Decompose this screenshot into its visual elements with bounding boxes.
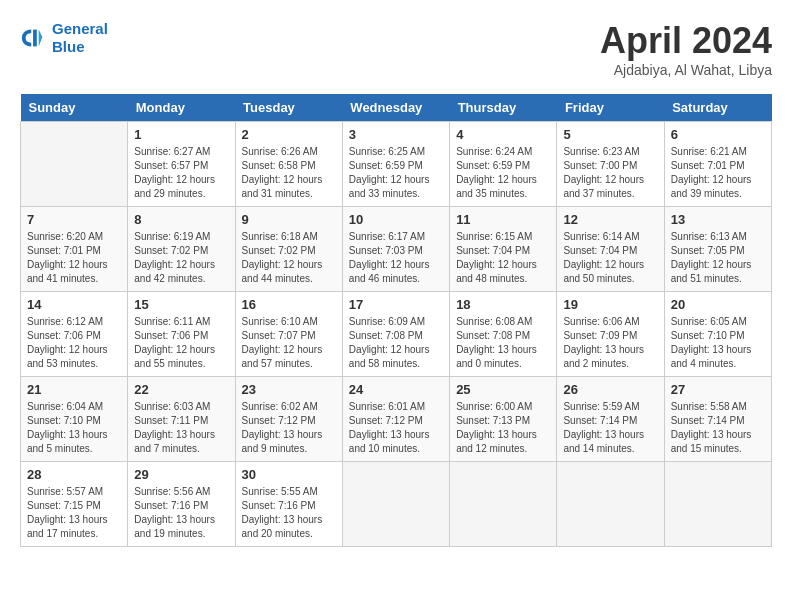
calendar-cell: 23 Sunrise: 6:02 AMSunset: 7:12 PMDaylig… [235, 377, 342, 462]
day-number: 11 [456, 212, 550, 227]
calendar-cell: 7 Sunrise: 6:20 AMSunset: 7:01 PMDayligh… [21, 207, 128, 292]
logo: General Blue [20, 20, 108, 56]
cell-info: Sunrise: 5:55 AMSunset: 7:16 PMDaylight:… [242, 485, 336, 541]
cell-info: Sunrise: 5:58 AMSunset: 7:14 PMDaylight:… [671, 400, 765, 456]
calendar-cell: 12 Sunrise: 6:14 AMSunset: 7:04 PMDaylig… [557, 207, 664, 292]
day-header-friday: Friday [557, 94, 664, 122]
calendar-cell: 28 Sunrise: 5:57 AMSunset: 7:15 PMDaylig… [21, 462, 128, 547]
calendar-cell: 6 Sunrise: 6:21 AMSunset: 7:01 PMDayligh… [664, 122, 771, 207]
day-number: 7 [27, 212, 121, 227]
title-block: April 2024 Ajdabiya, Al Wahat, Libya [600, 20, 772, 78]
calendar-cell: 10 Sunrise: 6:17 AMSunset: 7:03 PMDaylig… [342, 207, 449, 292]
cell-info: Sunrise: 6:14 AMSunset: 7:04 PMDaylight:… [563, 230, 657, 286]
cell-info: Sunrise: 6:03 AMSunset: 7:11 PMDaylight:… [134, 400, 228, 456]
cell-info: Sunrise: 6:23 AMSunset: 7:00 PMDaylight:… [563, 145, 657, 201]
cell-info: Sunrise: 6:04 AMSunset: 7:10 PMDaylight:… [27, 400, 121, 456]
calendar-cell: 20 Sunrise: 6:05 AMSunset: 7:10 PMDaylig… [664, 292, 771, 377]
day-number: 28 [27, 467, 121, 482]
calendar-week-row: 14 Sunrise: 6:12 AMSunset: 7:06 PMDaylig… [21, 292, 772, 377]
calendar-cell: 30 Sunrise: 5:55 AMSunset: 7:16 PMDaylig… [235, 462, 342, 547]
calendar-cell: 13 Sunrise: 6:13 AMSunset: 7:05 PMDaylig… [664, 207, 771, 292]
day-header-thursday: Thursday [450, 94, 557, 122]
day-number: 4 [456, 127, 550, 142]
cell-info: Sunrise: 6:05 AMSunset: 7:10 PMDaylight:… [671, 315, 765, 371]
day-number: 25 [456, 382, 550, 397]
cell-info: Sunrise: 6:17 AMSunset: 7:03 PMDaylight:… [349, 230, 443, 286]
day-number: 18 [456, 297, 550, 312]
cell-info: Sunrise: 6:19 AMSunset: 7:02 PMDaylight:… [134, 230, 228, 286]
day-number: 29 [134, 467, 228, 482]
day-number: 9 [242, 212, 336, 227]
calendar-cell: 18 Sunrise: 6:08 AMSunset: 7:08 PMDaylig… [450, 292, 557, 377]
calendar-cell: 15 Sunrise: 6:11 AMSunset: 7:06 PMDaylig… [128, 292, 235, 377]
calendar-cell: 14 Sunrise: 6:12 AMSunset: 7:06 PMDaylig… [21, 292, 128, 377]
cell-info: Sunrise: 6:27 AMSunset: 6:57 PMDaylight:… [134, 145, 228, 201]
calendar-cell: 27 Sunrise: 5:58 AMSunset: 7:14 PMDaylig… [664, 377, 771, 462]
calendar-week-row: 1 Sunrise: 6:27 AMSunset: 6:57 PMDayligh… [21, 122, 772, 207]
page-header: General Blue April 2024 Ajdabiya, Al Wah… [20, 20, 772, 78]
day-number: 1 [134, 127, 228, 142]
cell-info: Sunrise: 6:15 AMSunset: 7:04 PMDaylight:… [456, 230, 550, 286]
cell-info: Sunrise: 6:06 AMSunset: 7:09 PMDaylight:… [563, 315, 657, 371]
day-number: 24 [349, 382, 443, 397]
calendar-cell [342, 462, 449, 547]
day-number: 3 [349, 127, 443, 142]
day-number: 5 [563, 127, 657, 142]
day-header-monday: Monday [128, 94, 235, 122]
calendar-cell [450, 462, 557, 547]
logo-icon [20, 24, 48, 52]
calendar-cell: 3 Sunrise: 6:25 AMSunset: 6:59 PMDayligh… [342, 122, 449, 207]
cell-info: Sunrise: 6:12 AMSunset: 7:06 PMDaylight:… [27, 315, 121, 371]
day-number: 17 [349, 297, 443, 312]
calendar-cell: 29 Sunrise: 5:56 AMSunset: 7:16 PMDaylig… [128, 462, 235, 547]
calendar-cell: 2 Sunrise: 6:26 AMSunset: 6:58 PMDayligh… [235, 122, 342, 207]
logo-text: General Blue [52, 20, 108, 56]
cell-info: Sunrise: 6:00 AMSunset: 7:13 PMDaylight:… [456, 400, 550, 456]
cell-info: Sunrise: 6:02 AMSunset: 7:12 PMDaylight:… [242, 400, 336, 456]
day-number: 21 [27, 382, 121, 397]
cell-info: Sunrise: 6:25 AMSunset: 6:59 PMDaylight:… [349, 145, 443, 201]
calendar-cell: 24 Sunrise: 6:01 AMSunset: 7:12 PMDaylig… [342, 377, 449, 462]
calendar-cell [21, 122, 128, 207]
day-number: 6 [671, 127, 765, 142]
calendar-cell: 5 Sunrise: 6:23 AMSunset: 7:00 PMDayligh… [557, 122, 664, 207]
day-number: 27 [671, 382, 765, 397]
calendar-cell: 22 Sunrise: 6:03 AMSunset: 7:11 PMDaylig… [128, 377, 235, 462]
calendar-week-row: 21 Sunrise: 6:04 AMSunset: 7:10 PMDaylig… [21, 377, 772, 462]
cell-info: Sunrise: 6:20 AMSunset: 7:01 PMDaylight:… [27, 230, 121, 286]
calendar-cell: 4 Sunrise: 6:24 AMSunset: 6:59 PMDayligh… [450, 122, 557, 207]
month-title: April 2024 [600, 20, 772, 62]
day-number: 30 [242, 467, 336, 482]
cell-info: Sunrise: 6:11 AMSunset: 7:06 PMDaylight:… [134, 315, 228, 371]
day-number: 22 [134, 382, 228, 397]
cell-info: Sunrise: 6:13 AMSunset: 7:05 PMDaylight:… [671, 230, 765, 286]
calendar-cell: 16 Sunrise: 6:10 AMSunset: 7:07 PMDaylig… [235, 292, 342, 377]
cell-info: Sunrise: 6:09 AMSunset: 7:08 PMDaylight:… [349, 315, 443, 371]
cell-info: Sunrise: 5:57 AMSunset: 7:15 PMDaylight:… [27, 485, 121, 541]
day-number: 10 [349, 212, 443, 227]
calendar-table: SundayMondayTuesdayWednesdayThursdayFrid… [20, 94, 772, 547]
day-number: 26 [563, 382, 657, 397]
day-number: 15 [134, 297, 228, 312]
calendar-cell: 21 Sunrise: 6:04 AMSunset: 7:10 PMDaylig… [21, 377, 128, 462]
day-number: 20 [671, 297, 765, 312]
day-number: 16 [242, 297, 336, 312]
day-number: 23 [242, 382, 336, 397]
cell-info: Sunrise: 6:26 AMSunset: 6:58 PMDaylight:… [242, 145, 336, 201]
calendar-cell: 26 Sunrise: 5:59 AMSunset: 7:14 PMDaylig… [557, 377, 664, 462]
cell-info: Sunrise: 6:18 AMSunset: 7:02 PMDaylight:… [242, 230, 336, 286]
calendar-week-row: 28 Sunrise: 5:57 AMSunset: 7:15 PMDaylig… [21, 462, 772, 547]
calendar-cell [557, 462, 664, 547]
day-number: 12 [563, 212, 657, 227]
day-header-wednesday: Wednesday [342, 94, 449, 122]
cell-info: Sunrise: 6:24 AMSunset: 6:59 PMDaylight:… [456, 145, 550, 201]
cell-info: Sunrise: 6:21 AMSunset: 7:01 PMDaylight:… [671, 145, 765, 201]
cell-info: Sunrise: 6:08 AMSunset: 7:08 PMDaylight:… [456, 315, 550, 371]
calendar-cell: 9 Sunrise: 6:18 AMSunset: 7:02 PMDayligh… [235, 207, 342, 292]
calendar-cell [664, 462, 771, 547]
cell-info: Sunrise: 5:56 AMSunset: 7:16 PMDaylight:… [134, 485, 228, 541]
day-number: 19 [563, 297, 657, 312]
day-header-saturday: Saturday [664, 94, 771, 122]
day-number: 8 [134, 212, 228, 227]
calendar-cell: 11 Sunrise: 6:15 AMSunset: 7:04 PMDaylig… [450, 207, 557, 292]
